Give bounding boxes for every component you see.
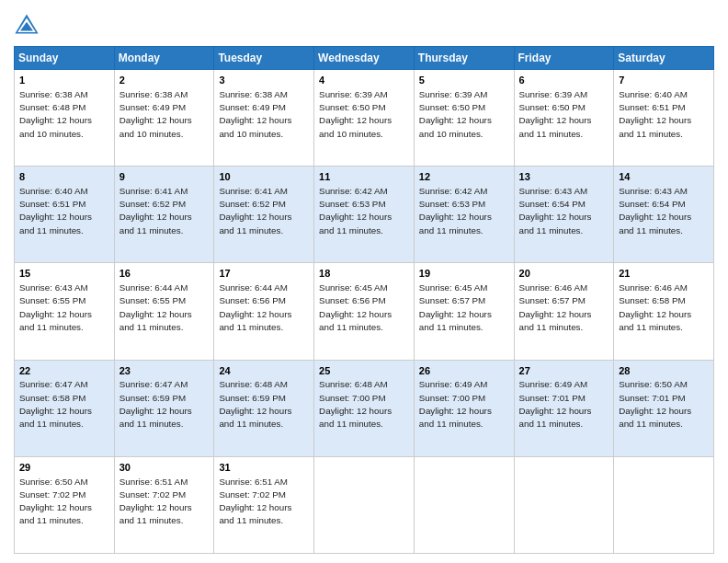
day-info: Sunrise: 6:38 AM Sunset: 6:48 PM Dayligh… — [19, 89, 92, 139]
page: SundayMondayTuesdayWednesdayThursdayFrid… — [0, 0, 728, 563]
header — [14, 9, 714, 39]
day-info: Sunrise: 6:43 AM Sunset: 6:54 PM Dayligh… — [619, 186, 691, 236]
day-info: Sunrise: 6:38 AM Sunset: 6:49 PM Dayligh… — [119, 89, 192, 139]
day-number: 7 — [619, 74, 709, 87]
logo — [14, 13, 41, 39]
calendar-cell: 15Sunrise: 6:43 AM Sunset: 6:55 PM Dayli… — [15, 263, 115, 360]
day-info: Sunrise: 6:39 AM Sunset: 6:50 PM Dayligh… — [519, 89, 592, 139]
day-header-sunday: Sunday — [15, 47, 115, 70]
calendar-cell: 10Sunrise: 6:41 AM Sunset: 6:52 PM Dayli… — [214, 167, 314, 263]
day-number: 24 — [219, 364, 309, 378]
calendar-cell: 1Sunrise: 6:38 AM Sunset: 6:48 PM Daylig… — [15, 70, 115, 167]
calendar-cell: 29Sunrise: 6:50 AM Sunset: 7:02 PM Dayli… — [15, 456, 115, 553]
day-number: 6 — [519, 74, 609, 87]
day-number: 8 — [19, 170, 109, 184]
day-info: Sunrise: 6:50 AM Sunset: 7:02 PM Dayligh… — [19, 477, 92, 526]
calendar-cell — [614, 456, 714, 553]
calendar-cell: 18Sunrise: 6:45 AM Sunset: 6:56 PM Dayli… — [314, 263, 415, 360]
day-number: 26 — [419, 364, 509, 378]
day-info: Sunrise: 6:42 AM Sunset: 6:53 PM Dayligh… — [419, 186, 492, 236]
calendar-cell: 3Sunrise: 6:38 AM Sunset: 6:49 PM Daylig… — [214, 70, 314, 167]
day-info: Sunrise: 6:40 AM Sunset: 6:51 PM Dayligh… — [619, 89, 691, 139]
calendar-cell: 30Sunrise: 6:51 AM Sunset: 7:02 PM Dayli… — [114, 456, 214, 553]
calendar-cell: 13Sunrise: 6:43 AM Sunset: 6:54 PM Dayli… — [514, 167, 614, 263]
day-number: 23 — [119, 364, 210, 378]
day-info: Sunrise: 6:49 AM Sunset: 7:01 PM Dayligh… — [519, 379, 592, 429]
day-info: Sunrise: 6:47 AM Sunset: 6:59 PM Dayligh… — [119, 379, 192, 429]
day-info: Sunrise: 6:39 AM Sunset: 6:50 PM Dayligh… — [419, 89, 492, 139]
day-info: Sunrise: 6:43 AM Sunset: 6:55 PM Dayligh… — [19, 282, 92, 332]
day-info: Sunrise: 6:41 AM Sunset: 6:52 PM Dayligh… — [219, 186, 291, 236]
day-info: Sunrise: 6:40 AM Sunset: 6:51 PM Dayligh… — [19, 186, 92, 236]
calendar-cell — [414, 456, 514, 553]
calendar-cell: 20Sunrise: 6:46 AM Sunset: 6:57 PM Dayli… — [514, 263, 614, 360]
calendar-cell: 23Sunrise: 6:47 AM Sunset: 6:59 PM Dayli… — [114, 360, 214, 456]
calendar-cell: 9Sunrise: 6:41 AM Sunset: 6:52 PM Daylig… — [114, 167, 214, 263]
day-info: Sunrise: 6:50 AM Sunset: 7:01 PM Dayligh… — [619, 379, 691, 429]
day-number: 30 — [119, 461, 210, 475]
day-info: Sunrise: 6:45 AM Sunset: 6:57 PM Dayligh… — [419, 282, 492, 332]
week-row-3: 15Sunrise: 6:43 AM Sunset: 6:55 PM Dayli… — [15, 263, 714, 360]
day-header-wednesday: Wednesday — [314, 47, 415, 70]
day-header-friday: Friday — [514, 47, 614, 70]
day-number: 22 — [19, 364, 109, 378]
day-info: Sunrise: 6:43 AM Sunset: 6:54 PM Dayligh… — [519, 186, 592, 236]
calendar-cell: 26Sunrise: 6:49 AM Sunset: 7:00 PM Dayli… — [414, 360, 514, 456]
calendar-header: SundayMondayTuesdayWednesdayThursdayFrid… — [15, 47, 714, 70]
day-number: 25 — [319, 364, 409, 378]
day-info: Sunrise: 6:46 AM Sunset: 6:57 PM Dayligh… — [519, 282, 592, 332]
day-number: 19 — [419, 267, 509, 281]
day-number: 20 — [519, 267, 609, 281]
day-number: 31 — [219, 461, 309, 475]
day-number: 17 — [219, 267, 309, 281]
day-number: 29 — [19, 461, 109, 475]
calendar-cell: 28Sunrise: 6:50 AM Sunset: 7:01 PM Dayli… — [614, 360, 714, 456]
day-header-tuesday: Tuesday — [214, 47, 314, 70]
day-header-monday: Monday — [114, 47, 214, 70]
week-row-1: 1Sunrise: 6:38 AM Sunset: 6:48 PM Daylig… — [15, 70, 714, 167]
day-info: Sunrise: 6:42 AM Sunset: 6:53 PM Dayligh… — [319, 186, 392, 236]
calendar-cell: 4Sunrise: 6:39 AM Sunset: 6:50 PM Daylig… — [314, 70, 415, 167]
week-row-5: 29Sunrise: 6:50 AM Sunset: 7:02 PM Dayli… — [15, 456, 714, 553]
day-header-saturday: Saturday — [614, 47, 714, 70]
calendar-cell: 22Sunrise: 6:47 AM Sunset: 6:58 PM Dayli… — [15, 360, 115, 456]
day-info: Sunrise: 6:44 AM Sunset: 6:56 PM Dayligh… — [219, 282, 291, 332]
calendar-cell: 19Sunrise: 6:45 AM Sunset: 6:57 PM Dayli… — [414, 263, 514, 360]
day-number: 27 — [519, 364, 609, 378]
day-info: Sunrise: 6:49 AM Sunset: 7:00 PM Dayligh… — [419, 379, 492, 429]
day-number: 12 — [419, 170, 509, 184]
calendar-cell: 6Sunrise: 6:39 AM Sunset: 6:50 PM Daylig… — [514, 70, 614, 167]
calendar-cell: 24Sunrise: 6:48 AM Sunset: 6:59 PM Dayli… — [214, 360, 314, 456]
day-info: Sunrise: 6:38 AM Sunset: 6:49 PM Dayligh… — [219, 89, 291, 139]
day-info: Sunrise: 6:41 AM Sunset: 6:52 PM Dayligh… — [119, 186, 192, 236]
calendar-cell — [314, 456, 415, 553]
calendar-body: 1Sunrise: 6:38 AM Sunset: 6:48 PM Daylig… — [15, 70, 714, 554]
day-info: Sunrise: 6:44 AM Sunset: 6:55 PM Dayligh… — [119, 282, 192, 332]
calendar-cell: 8Sunrise: 6:40 AM Sunset: 6:51 PM Daylig… — [15, 167, 115, 263]
day-header-thursday: Thursday — [414, 47, 514, 70]
calendar-cell: 14Sunrise: 6:43 AM Sunset: 6:54 PM Dayli… — [614, 167, 714, 263]
day-number: 9 — [119, 170, 210, 184]
day-number: 18 — [319, 267, 409, 281]
day-number: 13 — [519, 170, 609, 184]
week-row-2: 8Sunrise: 6:40 AM Sunset: 6:51 PM Daylig… — [15, 167, 714, 263]
calendar-cell: 31Sunrise: 6:51 AM Sunset: 7:02 PM Dayli… — [214, 456, 314, 553]
day-number: 11 — [319, 170, 409, 184]
calendar-cell: 2Sunrise: 6:38 AM Sunset: 6:49 PM Daylig… — [114, 70, 214, 167]
day-number: 15 — [19, 267, 109, 281]
day-number: 2 — [119, 74, 210, 87]
calendar-cell: 11Sunrise: 6:42 AM Sunset: 6:53 PM Dayli… — [314, 167, 415, 263]
day-info: Sunrise: 6:48 AM Sunset: 7:00 PM Dayligh… — [319, 379, 392, 429]
logo-icon — [14, 13, 40, 39]
calendar-cell — [514, 456, 614, 553]
day-info: Sunrise: 6:47 AM Sunset: 6:58 PM Dayligh… — [19, 379, 92, 429]
day-number: 28 — [619, 364, 709, 378]
calendar-table: SundayMondayTuesdayWednesdayThursdayFrid… — [14, 46, 714, 554]
day-number: 14 — [619, 170, 709, 184]
day-number: 16 — [119, 267, 210, 281]
day-info: Sunrise: 6:51 AM Sunset: 7:02 PM Dayligh… — [219, 477, 291, 526]
day-number: 5 — [419, 74, 509, 87]
header-row: SundayMondayTuesdayWednesdayThursdayFrid… — [15, 47, 714, 70]
calendar-cell: 27Sunrise: 6:49 AM Sunset: 7:01 PM Dayli… — [514, 360, 614, 456]
calendar-cell: 17Sunrise: 6:44 AM Sunset: 6:56 PM Dayli… — [214, 263, 314, 360]
